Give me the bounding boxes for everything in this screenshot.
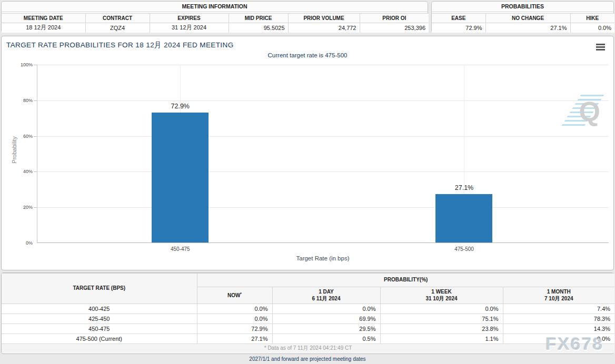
group-header-row: TARGET RATE (BPS) PROBABILITY(%) (2, 274, 614, 287)
probability-history-panel: TARGET RATE (BPS) PROBABILITY(%) NOW* 1 … (1, 272, 614, 354)
xtick-label-475-500: 475-500 (454, 246, 474, 252)
week-cell: 1.1% (380, 334, 503, 344)
col-probability-group: PROBABILITY(%) (197, 274, 614, 287)
ytick-label-80: 80% (23, 98, 33, 103)
week-cell: 0.0% (380, 304, 503, 314)
chart-plot-area: 100% 80% 60% 40% 20% 0% 72.9% 27.1% 450-… (37, 65, 609, 243)
gridline-80 (37, 100, 609, 101)
hamburger-menu-icon[interactable] (596, 44, 605, 50)
ytick-label-0: 0% (26, 240, 33, 246)
week-cell: 75.1% (380, 314, 503, 324)
gridline-40 (37, 171, 609, 172)
col-ease: EASE (432, 14, 485, 23)
day-cell: 0.5% (272, 334, 380, 344)
rate-cell: 475-500 (Current) (2, 334, 197, 344)
now-cell: 0.0% (197, 314, 272, 324)
table-row-450-475: 450-475 72.9% 29.5% 23.8% 14.3% (2, 324, 614, 334)
bar-value-label: 27.1% (455, 184, 473, 191)
month-cell: 7.4% (503, 304, 614, 314)
mid-price-value: 95.5025 (229, 23, 288, 33)
contract-value: ZQZ4 (85, 23, 150, 33)
day-cell: 0.0% (272, 304, 380, 314)
chart-subtitle: Current target rate is 475-500 (2, 52, 613, 58)
rate-cell: 450-475 (2, 324, 197, 334)
probabilities-summary-panel: PROBABILITIES EASE NO CHANGE HIKE 72.9% … (431, 1, 614, 33)
prior-oi-value: 253,396 (360, 23, 429, 33)
col-target-rate-bps: TARGET RATE (BPS) (2, 274, 197, 304)
bar-group-450-475: 72.9% (152, 103, 209, 242)
day-cell: 69.9% (272, 314, 380, 324)
col-meeting-date: MEETING DATE (2, 14, 85, 23)
col-contract: CONTRACT (85, 14, 150, 23)
month-cell: 14.3% (503, 324, 614, 334)
table-row-425-450: 425-450 0.0% 69.9% 75.1% 78.3% (2, 314, 614, 324)
no-change-value: 27.1% (485, 23, 570, 33)
quikstrike-stripes (561, 95, 604, 127)
y-axis-title: Probability (11, 124, 17, 176)
projected-dates-note: 2027/1/1 and forward are projected meeti… (0, 356, 615, 362)
x-axis-title: Target Rate (in bps) (37, 255, 609, 261)
bar-group-475-500: 27.1% (435, 184, 492, 242)
now-cell: 27.1% (197, 334, 272, 344)
gridline-60 (37, 136, 609, 137)
probabilities-data-row: 72.9% 27.1% 0.0% (432, 23, 614, 33)
ytick-label-100: 100% (21, 62, 33, 67)
ease-value: 72.9% (432, 23, 485, 33)
data-as-of-row: * Data as of 7 11月 2024 04:21:49 CT (2, 344, 614, 353)
col-now: NOW* (197, 287, 272, 304)
col-prior-volume: PRIOR VOLUME (288, 14, 360, 23)
probabilities-title: PROBABILITIES (432, 2, 613, 12)
table-row-475-500-current: 475-500 (Current) 27.1% 0.5% 1.1% 0.0% (2, 334, 614, 344)
col-hike: HIKE (570, 14, 614, 23)
col-prior-oi: PRIOR OI (360, 14, 429, 23)
xtick-label-450-475: 450-475 (171, 246, 190, 252)
prior-volume-value: 24,772 (288, 23, 360, 33)
table-row-400-425: 400-425 0.0% 0.0% 0.0% 7.4% (2, 304, 614, 314)
data-as-of-note: * Data as of 7 11月 2024 04:21:49 CT (2, 344, 614, 353)
hike-value: 0.0% (570, 23, 614, 33)
day-cell: 29.5% (272, 324, 380, 334)
meeting-information-header-row: MEETING DATE CONTRACT EXPIRES MID PRICE … (2, 14, 429, 23)
probabilities-table: EASE NO CHANGE HIKE 72.9% 27.1% 0.0% (432, 13, 614, 33)
col-no-change: NO CHANGE (485, 14, 570, 23)
target-rate-chart-panel: TARGET RATE PROBABILITIES FOR 18 12月 202… (1, 36, 614, 270)
meeting-information-panel: MEETING INFORMATION MEETING DATE CONTRAC… (1, 1, 428, 33)
now-cell: 72.9% (197, 324, 272, 334)
bar-475-500 (435, 194, 492, 242)
ytick-label-20: 20% (23, 205, 33, 210)
meeting-information-title: MEETING INFORMATION (2, 2, 428, 12)
rate-cell: 400-425 (2, 304, 197, 314)
probability-history-table: TARGET RATE (BPS) PROBABILITY(%) NOW* 1 … (2, 273, 614, 353)
probabilities-header-row: EASE NO CHANGE HIKE (432, 14, 614, 23)
expires-value: 31 12月 2024 (150, 23, 229, 33)
meeting-date-value: 18 12月 2024 (2, 23, 85, 33)
col-1-month: 1 MONTH7 10月 2024 (503, 287, 614, 304)
col-1-week: 1 WEEK31 10月 2024 (380, 287, 503, 304)
now-cell: 0.0% (197, 304, 272, 314)
ytick-label-60: 60% (23, 134, 33, 139)
ytick-label-40: 40% (23, 169, 33, 174)
chart-title: TARGET RATE PROBABILITIES FOR 18 12月 202… (6, 41, 234, 50)
col-mid-price: MID PRICE (229, 14, 288, 23)
now-asterisk: * (240, 292, 242, 296)
gridline-20 (37, 207, 609, 208)
week-cell: 23.8% (380, 324, 503, 334)
bar-value-label: 72.9% (171, 103, 190, 110)
month-cell: 0.0% (503, 334, 614, 344)
month-cell: 78.3% (503, 314, 614, 324)
col-expires: EXPIRES (150, 14, 229, 23)
meeting-information-table: MEETING DATE CONTRACT EXPIRES MID PRICE … (2, 13, 429, 33)
bar-450-475 (152, 113, 209, 242)
gridline-100 (37, 65, 609, 65)
quikstrike-logo-watermark: Q (571, 94, 602, 128)
rate-cell: 425-450 (2, 314, 197, 324)
meeting-information-data-row: 18 12月 2024 ZQZ4 31 12月 2024 95.5025 24,… (2, 23, 429, 33)
col-1-day: 1 DAY6 11月 2024 (272, 287, 380, 304)
